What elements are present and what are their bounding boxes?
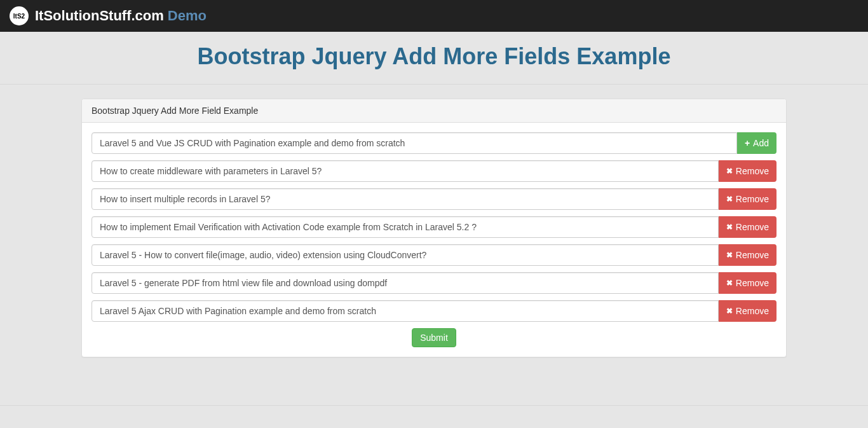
remove-button[interactable]: ✖Remove [719,216,776,238]
close-icon: ✖ [726,223,733,231]
panel-body: +Add✖Remove✖Remove✖Remove✖Remove✖Remove✖… [82,123,786,357]
add-button-label: Add [753,138,769,148]
field-row: ✖Remove [92,300,776,322]
panel-heading: Bootstrap Jquery Add More Field Example [82,99,786,123]
field-input[interactable] [92,272,719,294]
field-input[interactable] [92,160,719,182]
field-row: ✖Remove [92,216,776,238]
remove-button[interactable]: ✖Remove [719,300,776,322]
remove-button[interactable]: ✖Remove [719,272,776,294]
page-title-section: Bootstrap Jquery Add More Fields Example [0,32,868,85]
field-input[interactable] [92,244,719,266]
logo-icon: ItS2 [10,6,29,25]
field-input[interactable] [92,188,719,210]
close-icon: ✖ [726,307,733,315]
add-button[interactable]: +Add [737,132,776,154]
field-row: ✖Remove [92,272,776,294]
remove-button-label: Remove [736,250,769,260]
close-icon: ✖ [726,251,733,259]
remove-button-label: Remove [736,222,769,232]
remove-button[interactable]: ✖Remove [719,188,776,210]
field-row: ✖Remove [92,244,776,266]
field-row: ✖Remove [92,160,776,182]
remove-button-label: Remove [736,278,769,288]
field-input[interactable] [92,300,719,322]
remove-button-label: Remove [736,194,769,204]
navbar: ItS2 ItSolutionStuff.com Demo [0,0,868,32]
remove-button[interactable]: ✖Remove [719,160,776,182]
plus-icon: + [745,138,750,148]
brand-demo[interactable]: Demo [168,8,207,24]
footer-separator [0,405,868,406]
page-title: Bootstrap Jquery Add More Fields Example [0,43,868,70]
field-row: ✖Remove [92,188,776,210]
submit-wrap: Submit [92,328,776,347]
field-input[interactable] [92,216,719,238]
submit-button[interactable]: Submit [412,328,456,347]
field-input[interactable] [92,132,737,154]
panel: Bootstrap Jquery Add More Field Example … [81,99,787,357]
main-container: Bootstrap Jquery Add More Field Example … [72,99,796,383]
close-icon: ✖ [726,167,733,176]
remove-button[interactable]: ✖Remove [719,244,776,266]
field-row: +Add [92,132,776,154]
brand-name[interactable]: ItSolutionStuff.com [35,8,164,24]
close-icon: ✖ [726,195,733,204]
remove-button-label: Remove [736,166,769,176]
close-icon: ✖ [726,279,733,287]
remove-button-label: Remove [736,306,769,316]
